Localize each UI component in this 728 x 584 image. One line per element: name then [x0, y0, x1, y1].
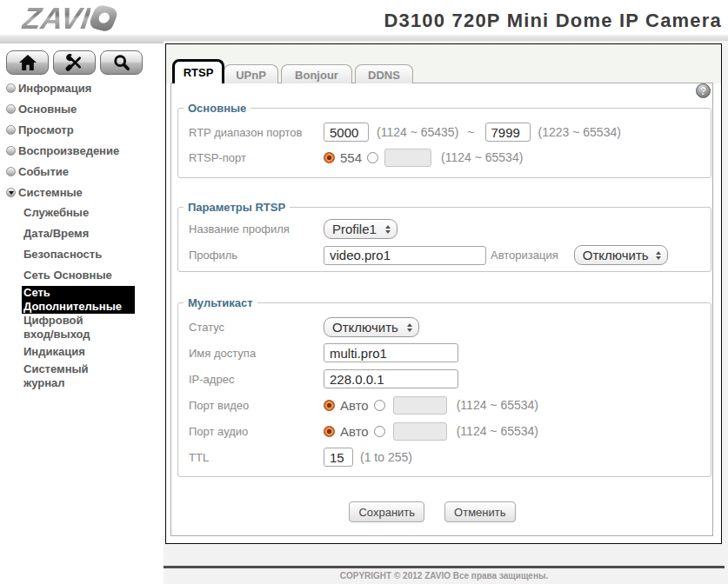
submenu-item-system-log[interactable]: Системныйжурнал: [0, 362, 164, 390]
ip-address-input[interactable]: 228.0.0.1: [324, 369, 458, 388]
video-port-auto-radio[interactable]: [324, 400, 335, 411]
rtp-from-hint: (1124 ~ 65435): [377, 125, 458, 139]
submenu-item-label: Системный: [23, 362, 164, 376]
tab-bonjour[interactable]: Bonjour: [281, 64, 352, 83]
select-spinner-icon: [385, 225, 391, 234]
ip-address-row: IP-адрес 228.0.0.1: [189, 369, 711, 388]
range-tilde: ~: [467, 125, 474, 139]
rtsp-port-label: RTSP-порт: [189, 151, 324, 164]
profile-row: Профиль video.pro1 Авторизация Отключить: [189, 245, 711, 265]
audio-port-custom-input[interactable]: [393, 422, 447, 441]
access-name-label: Имя доступа: [189, 347, 324, 360]
ttl-hint: (1 to 255): [360, 450, 412, 464]
footer-divider: [164, 566, 725, 568]
submenu-item-label: Индикация: [23, 345, 164, 359]
menu-item-system[interactable]: Системные: [0, 182, 164, 202]
tab-rtsp[interactable]: RTSP: [172, 59, 224, 83]
tab-strip: RTSP UPnP Bonjour DDNS: [166, 44, 721, 83]
access-name-input[interactable]: multi.pro1: [324, 343, 458, 362]
audio-port-row: Порт аудио Авто (1124 ~ 65534): [189, 421, 711, 441]
rtp-port-range-row: RTP диапазон портов 5000 (1124 ~ 65435) …: [189, 123, 711, 142]
rtp-to-input[interactable]: 7999: [485, 123, 531, 142]
submenu-item-label: вход/выход: [23, 328, 164, 342]
rtsp-port-custom-input[interactable]: [384, 149, 431, 167]
header: ZAVI D3100 720P Mini Dome IP Camera: [0, 0, 728, 35]
menu-item-basic[interactable]: Основные: [0, 98, 164, 119]
rtp-from-input[interactable]: 5000: [324, 123, 369, 142]
cancel-button[interactable]: Отменить: [444, 501, 515, 522]
profile-input[interactable]: video.pro1: [324, 246, 486, 265]
rtsp-port-custom-radio[interactable]: [367, 152, 378, 163]
profile-name-label: Название профиля: [189, 222, 324, 236]
logo-lens-icon: [88, 3, 120, 33]
rtsp-port-hint: (1124 ~ 65534): [441, 150, 523, 164]
rtp-from-value: 5000: [330, 125, 358, 140]
profile-name-value: Profile1: [332, 222, 377, 236]
submenu-item-network-basic[interactable]: Сеть Основные: [0, 265, 164, 286]
fieldset-rtsp-params: Параметры RTSP Название профиля Profile1…: [177, 207, 711, 272]
content-panel: Основные RTP диапазон портов 5000 (1124 …: [170, 83, 713, 536]
submenu-item-datetime[interactable]: Дата/Время: [0, 223, 164, 244]
submenu-item-network-advanced[interactable]: СетьДополнительные: [0, 286, 164, 314]
menu-item-label: Информация: [18, 82, 91, 95]
home-icon: [18, 54, 37, 71]
menu-item-label: Системные: [18, 186, 83, 199]
ip-address-label: IP-адрес: [189, 373, 324, 386]
menu-item-playback[interactable]: Воспроизведение: [0, 140, 164, 161]
ttl-label: TTL: [189, 451, 324, 464]
menu-bullet-icon: [6, 104, 16, 114]
logo-text: ZAVI: [20, 1, 92, 36]
sidebar: Информация Основные Просмотр Воспроизвед…: [0, 43, 164, 584]
profile-name-select[interactable]: Profile1: [324, 219, 397, 239]
copyright-text: COPYRIGHT © 2012 ZAVIO Все права защищен…: [164, 571, 725, 581]
auth-value: Отключить: [583, 248, 649, 262]
rtsp-port-554-value: 554: [340, 150, 362, 165]
menu-item-view[interactable]: Просмотр: [0, 119, 164, 140]
menu-bullet-icon: [6, 125, 16, 135]
submenu-item-security[interactable]: Безопасность: [0, 244, 164, 265]
access-name-row: Имя доступа multi.pro1: [189, 343, 711, 362]
submenu-item-digital-io[interactable]: Цифровойвход/выход: [0, 314, 164, 342]
rtp-to-hint: (1223 ~ 65534): [538, 125, 621, 139]
tab-ddns[interactable]: DDNS: [355, 64, 413, 83]
menu-item-label: Просмотр: [18, 123, 74, 136]
rtsp-port-554-radio[interactable]: [324, 152, 335, 163]
profile-value: video.pro1: [330, 248, 391, 262]
video-port-custom-radio[interactable]: [374, 400, 385, 411]
menu-item-information[interactable]: Информация: [0, 77, 164, 98]
button-row: Сохранить Отменить: [171, 501, 712, 522]
ttl-value: 15: [330, 450, 344, 465]
auth-select[interactable]: Отключить: [574, 245, 668, 265]
ttl-input[interactable]: 15: [324, 448, 353, 467]
menu-item-event[interactable]: Событие: [0, 161, 164, 182]
fieldset-basic-legend: Основные: [184, 102, 250, 115]
video-port-auto-label: Авто: [340, 398, 369, 413]
audio-port-auto-radio[interactable]: [324, 426, 335, 437]
submenu-item-label: Дата/Время: [23, 227, 164, 241]
home-button[interactable]: [6, 50, 49, 75]
tab-upnp[interactable]: UPnP: [224, 64, 278, 83]
video-port-row: Порт видео Авто (1124 ~ 65534): [189, 395, 711, 415]
fieldset-multicast-legend: Мультикаст: [184, 296, 257, 309]
status-select[interactable]: Отключить: [324, 317, 419, 337]
menu-bullet-icon: [6, 167, 16, 176]
audio-port-custom-radio[interactable]: [374, 426, 385, 437]
fieldset-multicast: Мультикаст Статус Отключить Имя доступа …: [177, 302, 711, 477]
auth-label: Авторизация: [491, 249, 558, 262]
search-button[interactable]: [100, 50, 143, 75]
submenu-item-maintenance[interactable]: Служебные: [0, 202, 164, 223]
menu-item-label: Основные: [18, 103, 77, 116]
selected-menu-highlight: СетьДополнительные: [22, 286, 135, 314]
video-port-custom-input[interactable]: [393, 396, 447, 415]
fieldset-rtsp-params-legend: Параметры RTSP: [184, 201, 290, 214]
submenu-item-indication[interactable]: Индикация: [0, 342, 164, 362]
profile-label: Профиль: [189, 249, 324, 262]
video-port-label: Порт видео: [189, 399, 324, 412]
menu-expanded-icon: [6, 188, 16, 197]
menu-bullet-icon: [6, 146, 16, 156]
save-button[interactable]: Сохранить: [349, 501, 424, 522]
submenu-item-label: журнал: [23, 376, 164, 390]
help-icon[interactable]: ?: [696, 83, 711, 98]
tools-button[interactable]: [53, 50, 96, 75]
submenu-item-label: Цифровой: [23, 314, 164, 328]
